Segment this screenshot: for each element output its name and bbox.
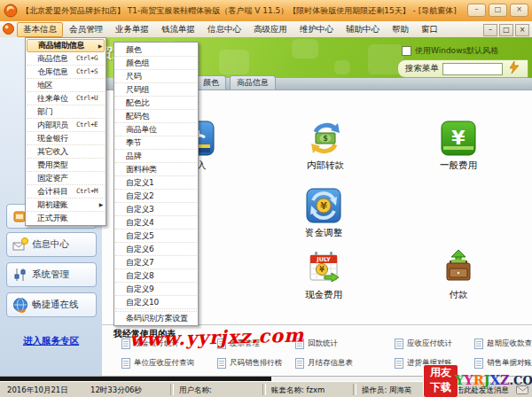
fund-adjust-icon[interactable]: ¥ xyxy=(306,188,341,223)
menu-moneyflow-docs[interactable]: 钱流单据 xyxy=(155,22,201,37)
watermark-badge: 用友 下载 xyxy=(423,364,458,397)
menu-assist[interactable]: 辅助中心 xyxy=(340,22,386,37)
sidebar-button-info-center[interactable]: 信息中心 xyxy=(6,232,97,257)
status-account: 账套名称: fzxm xyxy=(271,385,325,396)
search-input[interactable] xyxy=(442,63,503,75)
status-date: 2016年10月21日 xyxy=(7,385,68,396)
menu-item-department[interactable]: 部门 xyxy=(27,105,105,119)
submenu-item-custom2[interactable]: 自定义2 xyxy=(115,190,197,203)
menu-help[interactable]: 帮助 xyxy=(386,22,415,37)
submenu-item-season[interactable]: 季节 xyxy=(115,136,197,150)
table-doc-icon xyxy=(395,339,403,349)
watermark-url: www.yyrjxz.com xyxy=(129,323,305,350)
product-aux-submenu: 颜色 颜色组 尺码 尺码组 配色比 配码包 商品单位 季节 品牌 面料种类 自定… xyxy=(113,42,199,326)
sidebar-button-system[interactable]: 系统管理 xyxy=(6,262,97,287)
menu-info-center[interactable]: 信息中心 xyxy=(201,22,247,37)
payment-icon[interactable] xyxy=(441,250,476,285)
status-operator: 操作员: 周海英 xyxy=(362,385,412,396)
sliders-icon xyxy=(12,267,28,283)
payment-label[interactable]: 付款 xyxy=(423,289,494,301)
menu-item-other-income[interactable]: 其它收入 xyxy=(27,145,105,159)
service-zone-link[interactable]: 进入服务专区 xyxy=(0,335,102,347)
basic-info-menu: 商品辅助信息▶ 商品信息Ctrl+G 仓库信息Ctrl+S 地区 往来单位Ctr… xyxy=(25,37,106,226)
sidebar-button-chanjet-online[interactable]: 畅捷通在线 xyxy=(6,292,97,317)
submenu-item-custom5[interactable]: 自定义5 xyxy=(115,230,197,243)
internal-transfer-label[interactable]: 内部转款 xyxy=(290,160,361,172)
menu-item-region[interactable]: 地区 xyxy=(27,79,105,92)
link-sales-doc-recon[interactable]: 销售单据对账 xyxy=(474,357,532,369)
submenu-item-fabric-type[interactable]: 面料种类 xyxy=(115,163,197,176)
close-button[interactable]: × xyxy=(510,4,528,17)
submenu-item-custom8[interactable]: 自定义8 xyxy=(115,269,197,283)
mdi-restore-button[interactable]: □ xyxy=(499,24,513,36)
menu-item-initial-setup[interactable]: 期初建账▶ xyxy=(27,198,105,212)
menu-item-partners[interactable]: 往来单位Ctrl+U xyxy=(27,92,105,105)
mail-bulb-icon xyxy=(12,237,28,253)
menu-item-warehouse[interactable]: 仓库信息Ctrl+S xyxy=(27,66,105,79)
mdi-child-icon xyxy=(3,21,14,38)
link-overdue-ar-query[interactable]: 超期应收款查询 xyxy=(474,338,532,349)
mdi-close-button[interactable]: × xyxy=(515,24,529,36)
menu-item-accounting-subjects[interactable]: 会计科目Ctrl+M xyxy=(27,185,105,198)
maximize-button[interactable]: □ xyxy=(489,4,507,17)
submenu-item-custom1[interactable]: 自定义1 xyxy=(115,176,197,190)
svg-text:¥: ¥ xyxy=(320,200,327,212)
general-expense-icon[interactable]: ¥ xyxy=(441,121,476,156)
menu-search-bar: 搜索菜单 xyxy=(397,59,528,78)
menu-maintain[interactable]: 维护中心 xyxy=(293,22,340,37)
globe-icon xyxy=(12,297,28,313)
menu-item-staff[interactable]: 内部职员Ctrl+E xyxy=(27,119,105,132)
submenu-item-brand[interactable]: 品牌 xyxy=(115,150,197,163)
general-expense-label[interactable]: 一般费用 xyxy=(423,160,494,172)
menu-member[interactable]: 会员管理 xyxy=(63,22,109,37)
submenu-item-product-unit[interactable]: 商品单位 xyxy=(115,123,197,136)
menu-bar: 基本信息 会员管理 业务单据 钱流单据 信息中心 高级应用 维护中心 辅助中心 … xyxy=(0,21,532,38)
menu-item-product-aux[interactable]: 商品辅助信息▶ xyxy=(27,39,105,52)
tab-color[interactable]: 颜色 xyxy=(196,75,226,90)
submenu-item-color-ratio[interactable]: 配色比 xyxy=(115,97,197,110)
submenu-item-barcode-scheme[interactable]: 条码识别方案设置 xyxy=(115,311,197,324)
submenu-item-size-group[interactable]: 尺码组 xyxy=(115,83,197,97)
menu-item-cash-bank[interactable]: 现金银行 xyxy=(27,132,105,145)
submenu-arrow-icon: ▶ xyxy=(98,40,102,51)
menu-item-expense-type[interactable]: 费用类型 xyxy=(27,159,105,172)
search-go-icon[interactable] xyxy=(507,60,520,78)
menu-advanced[interactable]: 高级应用 xyxy=(247,22,293,37)
status-time: 12时33分06秒 xyxy=(90,385,142,396)
menu-business-docs[interactable]: 业务单据 xyxy=(109,22,155,37)
table-doc-icon xyxy=(474,358,483,369)
cash-expense-label[interactable]: 现金费用 xyxy=(288,289,359,301)
sidebar-button-label: 畅捷通在线 xyxy=(32,299,79,311)
link-size-sales-rank[interactable]: 尺码销售排行榜 xyxy=(217,357,283,369)
menu-item-fixed-assets[interactable]: 固定资产 xyxy=(27,172,105,185)
cash-expense-icon[interactable]: JULY ¥ xyxy=(306,250,341,285)
submenu-item-custom9[interactable]: 自定义9 xyxy=(115,283,197,296)
submenu-item-custom10[interactable]: 自定义10 xyxy=(115,296,197,309)
link-ar-ap-stats[interactable]: 应收应付统计 xyxy=(395,338,452,349)
link-unit-ar-ap-query[interactable]: 单位应收应付查询 xyxy=(121,357,194,369)
link-month-end-info[interactable]: 月结存信息表 xyxy=(295,357,353,369)
tab-product-info[interactable]: 商品信息 xyxy=(230,75,276,90)
menu-window[interactable]: 窗口 xyxy=(415,22,444,37)
menu-basic-info[interactable]: 基本信息 xyxy=(17,22,63,37)
submenu-item-size-pack[interactable]: 配码包 xyxy=(115,110,197,123)
submenu-item-custom4[interactable]: 自定义4 xyxy=(115,216,197,230)
submenu-item-size[interactable]: 尺码 xyxy=(115,70,197,83)
submenu-item-color[interactable]: 颜色 xyxy=(115,43,197,57)
windows-style-checkbox[interactable] xyxy=(402,46,411,56)
submenu-item-custom6[interactable]: 自定义6 xyxy=(115,243,197,256)
submenu-item-custom7[interactable]: 自定义7 xyxy=(115,256,197,269)
internal-transfer-icon[interactable]: $ xyxy=(308,121,343,156)
submenu-item-color-group[interactable]: 颜色组 xyxy=(115,57,197,70)
mdi-minimize-button[interactable]: – xyxy=(483,24,497,36)
watermark-site: YYRJXZ.COM xyxy=(455,372,532,387)
table-doc-icon xyxy=(121,358,130,369)
svg-text:JULY: JULY xyxy=(316,256,331,263)
svg-text:¥: ¥ xyxy=(451,127,466,149)
menu-item-product-info[interactable]: 商品信息Ctrl+G xyxy=(27,52,105,66)
table-doc-icon xyxy=(395,358,403,369)
menu-item-official-open[interactable]: 正式开账 xyxy=(27,212,105,224)
fund-adjust-label[interactable]: 资金调整 xyxy=(288,227,359,239)
minimize-button[interactable]: – xyxy=(467,4,486,17)
submenu-item-custom3[interactable]: 自定义3 xyxy=(115,203,197,216)
